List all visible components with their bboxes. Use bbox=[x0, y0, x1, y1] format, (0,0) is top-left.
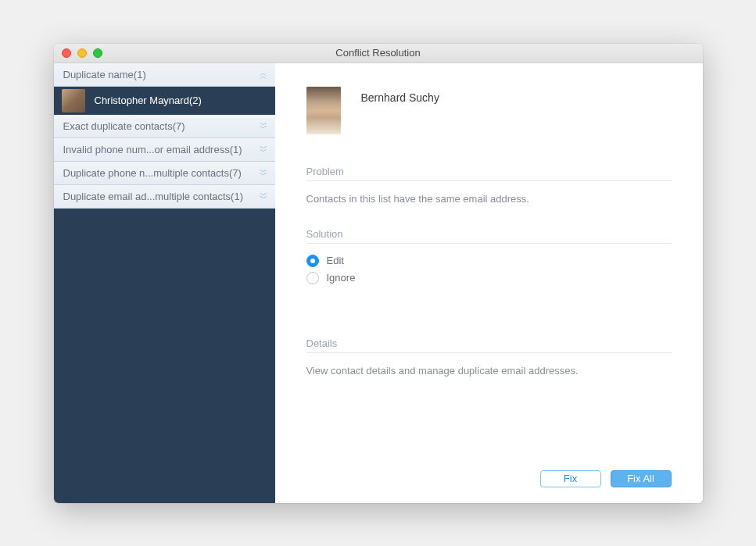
fix-all-button[interactable]: Fix All bbox=[611, 470, 672, 487]
traffic-lights bbox=[54, 48, 102, 58]
maximize-icon[interactable] bbox=[93, 48, 102, 58]
contact-name: Bernhard Suchy bbox=[361, 91, 439, 104]
solution-section: Solution Edit Ignore bbox=[306, 228, 672, 284]
sidebar: Duplicate name(1) ︿︿ Christopher Maynard… bbox=[54, 63, 275, 503]
radio-label: Ignore bbox=[327, 272, 356, 284]
contact-header: Bernhard Suchy bbox=[306, 87, 672, 134]
sidebar-category-label: Invalid phone num...or email address(1) bbox=[63, 144, 255, 155]
details-text: View contact details and manage duplicat… bbox=[306, 364, 672, 378]
avatar bbox=[62, 89, 85, 112]
window-title: Conflict Resolution bbox=[54, 47, 703, 59]
divider bbox=[306, 352, 672, 353]
main-panel: Bernhard Suchy Problem Contacts in this … bbox=[275, 63, 703, 503]
radio-label: Edit bbox=[327, 255, 344, 266]
divider bbox=[306, 243, 672, 244]
sidebar-category-label: Duplicate phone n...multiple contacts(7) bbox=[63, 167, 255, 179]
sidebar-item-label: Christopher Maynard(2) bbox=[95, 95, 202, 106]
chevron-down-icon: ﹀﹀ bbox=[260, 123, 267, 129]
sidebar-category-label: Duplicate email ad...multiple contacts(1… bbox=[63, 191, 255, 202]
sidebar-category-exact-duplicate[interactable]: Exact duplicate contacts(7) ﹀﹀ bbox=[54, 115, 275, 138]
sidebar-category-duplicate-name[interactable]: Duplicate name(1) ︿︿ bbox=[54, 63, 275, 87]
sidebar-category-label: Duplicate name(1) bbox=[63, 69, 255, 80]
sidebar-category-label: Exact duplicate contacts(7) bbox=[63, 120, 255, 132]
radio-group: Edit Ignore bbox=[306, 255, 672, 284]
chevron-down-icon: ﹀﹀ bbox=[260, 147, 267, 152]
minimize-icon[interactable] bbox=[77, 48, 87, 58]
divider bbox=[306, 180, 672, 181]
problem-text: Contacts in this list have the same emai… bbox=[306, 192, 672, 206]
solution-title: Solution bbox=[306, 228, 672, 240]
sidebar-category-duplicate-phone[interactable]: Duplicate phone n...multiple contacts(7)… bbox=[54, 162, 275, 185]
details-section: Details View contact details and manage … bbox=[306, 337, 672, 378]
problem-title: Problem bbox=[306, 166, 672, 177]
problem-section: Problem Contacts in this list have the s… bbox=[306, 166, 672, 206]
details-title: Details bbox=[306, 337, 672, 349]
button-row: Fix Fix All bbox=[540, 470, 672, 487]
chevron-up-icon: ︿︿ bbox=[260, 72, 267, 77]
sidebar-item-christopher-maynard[interactable]: Christopher Maynard(2) bbox=[54, 87, 275, 115]
contact-photo bbox=[306, 87, 341, 134]
chevron-down-icon: ﹀﹀ bbox=[260, 194, 267, 199]
window: Conflict Resolution Duplicate name(1) ︿︿… bbox=[54, 44, 703, 503]
sidebar-category-duplicate-email[interactable]: Duplicate email ad...multiple contacts(1… bbox=[54, 185, 275, 209]
radio-icon bbox=[306, 272, 319, 284]
titlebar[interactable]: Conflict Resolution bbox=[54, 44, 703, 63]
close-icon[interactable] bbox=[62, 48, 71, 58]
fix-button[interactable]: Fix bbox=[540, 470, 601, 487]
radio-ignore[interactable]: Ignore bbox=[306, 272, 672, 284]
sidebar-category-invalid-phone[interactable]: Invalid phone num...or email address(1) … bbox=[54, 138, 275, 162]
radio-icon bbox=[306, 255, 319, 267]
chevron-down-icon: ﹀﹀ bbox=[260, 170, 267, 176]
content: Duplicate name(1) ︿︿ Christopher Maynard… bbox=[54, 63, 703, 503]
radio-edit[interactable]: Edit bbox=[306, 255, 672, 267]
